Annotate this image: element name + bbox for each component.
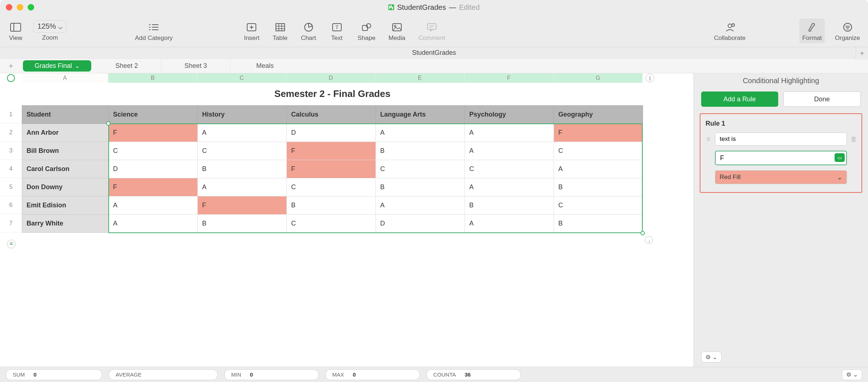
select-all-handle[interactable] — [0, 73, 22, 83]
row-header-6[interactable]: 6 — [0, 196, 22, 214]
close-window-button[interactable] — [6, 4, 12, 11]
row-header-2[interactable]: 2 — [0, 123, 22, 142]
format-button[interactable]: Format — [799, 19, 825, 43]
selection-handle-tl[interactable] — [106, 121, 110, 126]
grade-cell[interactable]: F — [109, 178, 198, 196]
col-header-g[interactable]: G — [554, 73, 643, 83]
grade-cell[interactable]: F — [198, 196, 287, 214]
grade-cell[interactable]: B — [198, 214, 287, 232]
col-header-f[interactable]: F — [465, 73, 554, 83]
grade-cell[interactable]: B — [198, 160, 287, 178]
view-button[interactable]: View — [5, 19, 26, 43]
header-geography[interactable]: Geography — [554, 105, 643, 123]
zoom-control[interactable]: 125% ⌵ Zoom — [33, 20, 67, 41]
column-add-handle[interactable]: ‖ — [643, 73, 657, 83]
grade-cell[interactable]: F — [287, 142, 376, 160]
header-science[interactable]: Science — [109, 105, 198, 123]
organize-button[interactable]: Organize — [832, 19, 863, 43]
grade-cell[interactable]: A — [376, 123, 465, 142]
cell-reference-icon[interactable]: ▭ — [835, 153, 845, 162]
row-header-5[interactable]: 5 — [0, 178, 22, 196]
header-language-arts[interactable]: Language Arts — [376, 105, 465, 123]
grade-cell[interactable]: A — [465, 142, 554, 160]
col-header-e[interactable]: E — [375, 73, 465, 83]
student-name-cell[interactable]: Carol Carlson — [22, 160, 109, 178]
header-psychology[interactable]: Psychology — [465, 105, 554, 123]
row-header-7[interactable]: 7 — [0, 214, 22, 232]
add-sheet-plus-button[interactable]: + — [856, 47, 868, 60]
tab-grades-final[interactable]: Grades Final — [23, 60, 91, 72]
header-calculus[interactable]: Calculus — [287, 105, 376, 123]
delete-rule-icon[interactable]: 🗑 — [851, 135, 856, 143]
header-history[interactable]: History — [198, 105, 287, 123]
grade-cell[interactable]: F — [109, 123, 198, 142]
grade-cell[interactable]: A — [465, 214, 554, 232]
media-button[interactable]: Media — [386, 19, 408, 43]
grade-cell[interactable]: C — [287, 214, 376, 232]
grade-cell[interactable]: C — [109, 142, 198, 160]
grade-cell[interactable]: C — [465, 160, 554, 178]
comment-button[interactable]: Comment — [415, 19, 448, 43]
grade-cell[interactable]: C — [287, 178, 376, 196]
grade-cell[interactable]: B — [554, 214, 643, 232]
tab-meals[interactable]: Meals — [230, 59, 300, 73]
add-rule-button[interactable]: Add a Rule — [701, 92, 778, 107]
col-header-d[interactable]: D — [286, 73, 375, 83]
grade-cell[interactable]: F — [554, 123, 643, 142]
student-name-cell[interactable]: Emit Edision — [22, 196, 109, 214]
grade-cell[interactable]: A — [554, 160, 643, 178]
shape-button[interactable]: Shape — [355, 19, 378, 43]
done-button[interactable]: Done — [783, 92, 861, 107]
student-name-cell[interactable]: Barry White — [22, 214, 109, 232]
rule-condition-dropdown[interactable] — [715, 133, 847, 146]
fullscreen-window-button[interactable] — [28, 4, 34, 11]
drag-handle-icon[interactable]: ≡ — [706, 135, 711, 143]
grade-cell[interactable]: C — [554, 142, 643, 160]
grade-cell[interactable]: B — [376, 142, 465, 160]
grade-cell[interactable]: B — [554, 178, 643, 196]
row-add-handle[interactable]: = — [7, 240, 16, 248]
selection-handle-br[interactable] — [640, 231, 645, 235]
col-header-a[interactable]: A — [22, 73, 108, 83]
spreadsheet-canvas[interactable]: A B C D E F G ‖ 1 2 3 4 5 6 7 = Semester… — [0, 73, 694, 367]
grade-cell[interactable]: D — [287, 123, 376, 142]
tab-sheet-2[interactable]: Sheet 2 — [92, 59, 161, 73]
student-name-cell[interactable]: Don Downy — [22, 178, 109, 196]
grade-cell[interactable]: A — [376, 196, 465, 214]
col-header-b[interactable]: B — [108, 73, 197, 83]
sidebar-settings-gear[interactable]: ⚙︎ ⌄ — [701, 351, 722, 362]
grade-cell[interactable]: A — [198, 178, 287, 196]
grade-cell[interactable]: A — [109, 196, 198, 214]
grade-cell[interactable]: F — [287, 160, 376, 178]
minimize-window-button[interactable] — [17, 4, 23, 11]
student-name-cell[interactable]: Bill Brown — [22, 142, 109, 160]
add-tab-button[interactable]: + — [0, 59, 22, 73]
grade-cell[interactable]: A — [465, 178, 554, 196]
row-header-3[interactable]: 3 — [0, 142, 22, 160]
table-resize-handle[interactable]: ⌟ — [645, 236, 653, 244]
grade-cell[interactable]: D — [109, 160, 198, 178]
grade-cell[interactable]: C — [198, 142, 287, 160]
grade-cell[interactable]: A — [465, 123, 554, 142]
rule-value-input[interactable] — [715, 151, 847, 165]
chart-button[interactable]: Chart — [298, 19, 319, 43]
table-button[interactable]: Table — [270, 19, 291, 43]
tab-sheet-3[interactable]: Sheet 3 — [161, 59, 230, 73]
insert-button[interactable]: Insert — [241, 19, 262, 43]
grade-cell[interactable]: A — [109, 214, 198, 232]
col-header-c[interactable]: C — [197, 73, 286, 83]
grade-cell[interactable]: C — [376, 160, 465, 178]
grade-cell[interactable]: B — [287, 196, 376, 214]
footer-settings-gear[interactable]: ⚙︎ ⌄ — [842, 369, 862, 380]
collaborate-button[interactable]: + Collaborate — [711, 19, 748, 43]
table-title[interactable]: Semester 2 - Final Grades — [22, 83, 643, 105]
row-header-4[interactable]: 4 — [0, 160, 22, 178]
grade-cell[interactable]: C — [554, 196, 643, 214]
header-student[interactable]: Student — [22, 105, 109, 123]
rule-style-dropdown[interactable]: Red Fill ⌄ — [715, 170, 847, 184]
grade-cell[interactable]: A — [198, 123, 287, 142]
row-header-1[interactable]: 1 — [0, 105, 22, 123]
add-category-button[interactable]: Add Category — [125, 19, 183, 43]
grade-cell[interactable]: B — [465, 196, 554, 214]
grade-cell[interactable]: B — [376, 178, 465, 196]
